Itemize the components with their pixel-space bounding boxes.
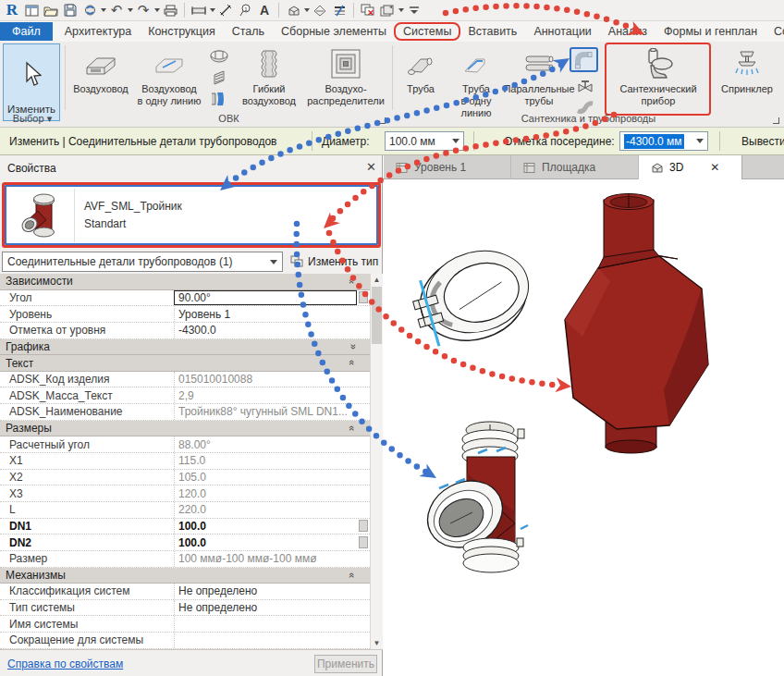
scroll-up-icon[interactable]: ▲ bbox=[371, 276, 383, 284]
redo-icon[interactable]: ↷ bbox=[134, 1, 153, 19]
property-value[interactable]: 2,9 bbox=[174, 387, 357, 403]
plumbing-fixture-button[interactable]: Сантехнический прибор bbox=[606, 44, 710, 107]
close-icon[interactable]: ✕ bbox=[366, 160, 376, 174]
property-value[interactable]: 100.0 bbox=[174, 519, 357, 535]
flex-duct-button[interactable]: Гибкий воздуховод bbox=[237, 44, 301, 107]
view-tab-close-icon[interactable]: ✕ bbox=[710, 161, 719, 174]
sync-caret[interactable] bbox=[101, 8, 106, 12]
open-icon[interactable] bbox=[42, 1, 60, 19]
associate-parameter-button[interactable] bbox=[359, 291, 368, 303]
ribbon-tab-4[interactable]: Сборные элементы bbox=[273, 23, 395, 40]
text-icon[interactable]: A bbox=[255, 1, 274, 19]
property-value[interactable]: 100 ммø-100 ммø-100 ммø bbox=[174, 551, 357, 567]
pipe-fitting-button[interactable] bbox=[572, 49, 596, 70]
convert-flex-duct-button[interactable] bbox=[207, 88, 231, 109]
modify-button[interactable]: Изменить bbox=[3, 43, 60, 121]
property-value[interactable] bbox=[174, 633, 357, 648]
ribbon-tab-1[interactable]: Архитектура bbox=[56, 23, 140, 40]
property-row[interactable]: ADSK_Масса_Текст2,9 bbox=[0, 387, 370, 404]
property-value[interactable]: 105.0 bbox=[174, 470, 357, 485]
file-tabs-icon[interactable] bbox=[22, 1, 41, 19]
diameter-combo[interactable]: 100.0 мм bbox=[385, 131, 464, 151]
property-value[interactable]: -4300.0 bbox=[174, 323, 357, 338]
apply-button[interactable]: Применить bbox=[314, 655, 377, 673]
property-value[interactable]: Не определено bbox=[174, 600, 357, 616]
property-value[interactable]: Тройник88° чугунный SML DN1... bbox=[174, 404, 357, 420]
properties-help-link[interactable]: Справка по свойствам bbox=[7, 658, 123, 670]
property-row[interactable]: Тип системыНе определено bbox=[0, 600, 370, 617]
air-terminal-button[interactable]: Воздухо- распределители bbox=[303, 44, 388, 107]
pipe-accessory-button[interactable] bbox=[573, 75, 597, 96]
property-value[interactable] bbox=[174, 616, 357, 632]
associate-parameter-button[interactable] bbox=[359, 520, 368, 532]
property-section-header[interactable]: Текст« bbox=[0, 355, 370, 372]
switch-windows-caret[interactable] bbox=[398, 8, 404, 12]
options-right-button[interactable]: Вывести ра bbox=[741, 135, 784, 148]
collapse-chevron-icon[interactable]: « bbox=[347, 278, 358, 284]
property-row[interactable]: УровеньУровень 1 bbox=[0, 306, 370, 323]
measure-caret[interactable] bbox=[210, 8, 215, 12]
property-row[interactable]: Сокращение для системы bbox=[0, 633, 370, 649]
collapse-chevron-icon[interactable]: « bbox=[347, 425, 358, 431]
redo-caret[interactable] bbox=[154, 8, 160, 12]
property-section-header[interactable]: Размеры« bbox=[0, 421, 370, 437]
ribbon-tab-2[interactable]: Конструкция bbox=[140, 23, 224, 40]
scrollbar-thumb[interactable] bbox=[372, 287, 382, 344]
property-row[interactable]: DN1100.0 bbox=[0, 519, 370, 535]
property-row[interactable]: DN2100.0 bbox=[0, 535, 370, 551]
property-row[interactable]: X2105.0 bbox=[0, 470, 370, 486]
qat-customize-icon[interactable] bbox=[405, 1, 423, 19]
view-tab-0[interactable]: Уровень 1 bbox=[384, 155, 511, 179]
default-3d-view-icon[interactable] bbox=[284, 1, 302, 19]
section-icon[interactable] bbox=[311, 1, 329, 19]
property-value[interactable]: 88.00° bbox=[174, 436, 357, 452]
parallel-pipes-button[interactable]: Параллельные трубы bbox=[507, 44, 571, 107]
hvac-dialog-launcher-icon[interactable] bbox=[379, 117, 386, 124]
property-row[interactable]: Угол90.00° bbox=[0, 290, 370, 307]
property-row[interactable]: Имя системы bbox=[0, 616, 370, 633]
type-selector[interactable]: AVF_SML_Тройник Standart bbox=[5, 185, 378, 245]
property-row[interactable]: Отметка от уровня-4300.0 bbox=[0, 323, 370, 339]
offset-combo[interactable]: -4300.0 мм bbox=[619, 131, 708, 151]
view-tab-1[interactable]: Площадка bbox=[511, 155, 639, 179]
property-value[interactable]: 100.0 bbox=[174, 535, 357, 550]
panel-label-hvac[interactable]: ОВК bbox=[66, 112, 392, 126]
property-section-header[interactable]: Механизмы« bbox=[0, 568, 370, 584]
duct-button[interactable]: Воздуховод bbox=[70, 44, 131, 95]
ribbon-tab-6[interactable]: Вставить bbox=[459, 23, 525, 40]
property-value[interactable]: 220.0 bbox=[174, 502, 357, 518]
collapse-chevron-icon[interactable]: « bbox=[347, 360, 358, 365]
undo-icon[interactable]: ↶ bbox=[107, 1, 126, 19]
property-row[interactable]: ADSK_Код изделия015010010088 bbox=[0, 372, 370, 388]
ribbon-tab-5[interactable]: Системы bbox=[395, 23, 459, 40]
ribbon-tab-10[interactable]: Совм bbox=[766, 23, 784, 40]
property-row[interactable]: Размер100 ммø-100 ммø-100 ммø bbox=[0, 551, 370, 568]
property-value[interactable]: 120.0 bbox=[174, 485, 357, 501]
sync-icon[interactable] bbox=[80, 1, 99, 19]
save-icon[interactable] bbox=[61, 1, 80, 19]
collapse-chevron-icon[interactable]: « bbox=[347, 572, 358, 577]
sprinkler-button[interactable]: Спринклер bbox=[714, 44, 780, 95]
revit-logo[interactable]: R bbox=[3, 1, 21, 19]
edit-type-button[interactable]: Изменить тип bbox=[283, 252, 378, 272]
property-row[interactable]: X3120.0 bbox=[0, 485, 370, 502]
duct-accessory-button[interactable] bbox=[207, 67, 231, 88]
thin-lines-icon[interactable] bbox=[330, 1, 349, 19]
property-value[interactable]: Не определено bbox=[174, 584, 357, 599]
associate-parameter-button[interactable] bbox=[359, 536, 368, 548]
measure-icon[interactable] bbox=[190, 1, 208, 19]
properties-scrollbar[interactable]: ▲ ▼ bbox=[370, 274, 383, 649]
tag-icon[interactable]: 1 bbox=[236, 1, 254, 19]
panel-label-plumbing[interactable]: Сантехника и трубопроводы bbox=[393, 112, 784, 126]
property-row[interactable]: ADSK_НаименованиеТройник88° чугунный SML… bbox=[0, 404, 370, 421]
print-icon[interactable] bbox=[161, 1, 179, 19]
expand-chevron-icon[interactable]: « bbox=[347, 344, 358, 350]
ribbon-tab-3[interactable]: Сталь bbox=[224, 23, 273, 40]
switch-windows-icon[interactable] bbox=[378, 1, 397, 19]
property-value[interactable]: 015010010088 bbox=[174, 372, 357, 387]
property-section-header[interactable]: Графика« bbox=[0, 339, 370, 356]
property-section-header[interactable]: Зависимости« bbox=[0, 274, 370, 290]
ribbon-tab-0[interactable]: Файл bbox=[0, 22, 53, 41]
property-value[interactable]: 90.00° bbox=[174, 290, 357, 306]
plumbing-dialog-launcher-icon[interactable] bbox=[773, 117, 779, 124]
